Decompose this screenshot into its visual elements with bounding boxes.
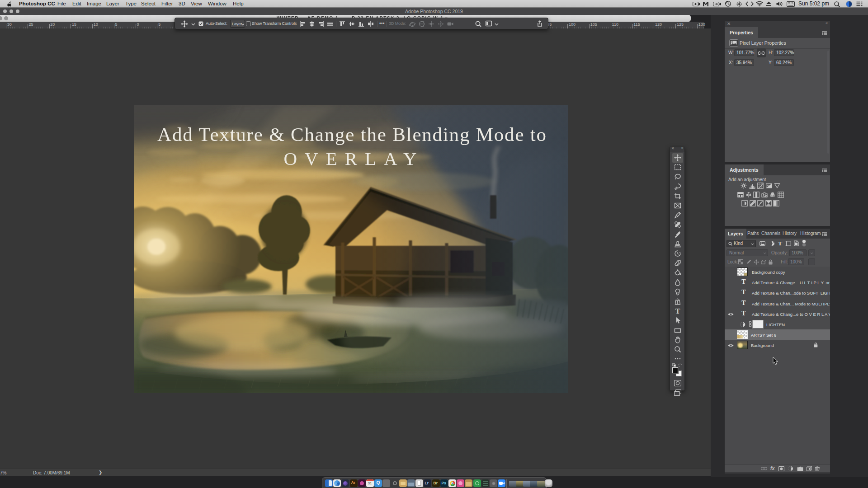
svg-text:T: T	[675, 307, 680, 314]
svg-text:OVERLAY: OVERLAY	[283, 148, 424, 169]
svg-text:Add Texture & Change the Blend: Add Texture & Change the Blending Mode t…	[157, 124, 547, 145]
